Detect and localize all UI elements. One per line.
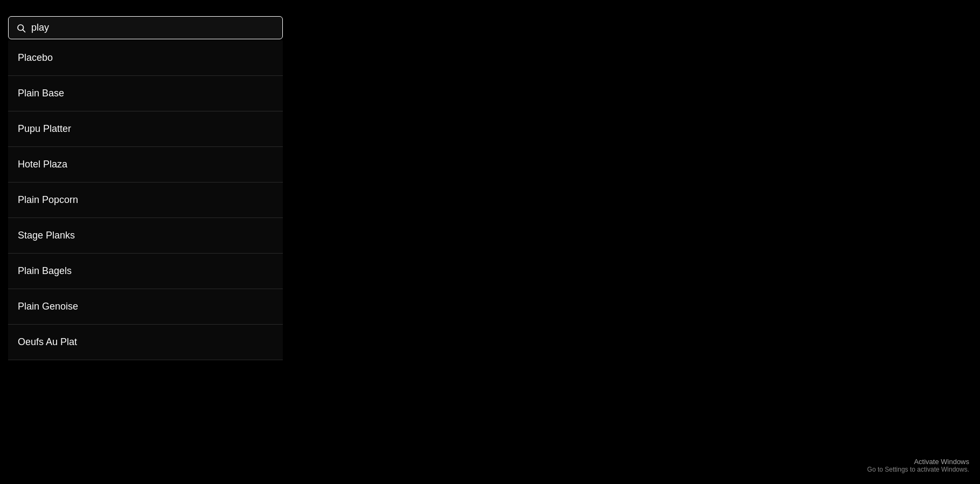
activate-subtitle: Go to Settings to activate Windows. xyxy=(867,466,969,473)
list-item[interactable]: Plain Popcorn xyxy=(8,183,283,218)
activate-windows-notice: Activate Windows Go to Settings to activ… xyxy=(867,458,969,473)
list-item[interactable]: Oeufs Au Plat xyxy=(8,325,283,360)
dropdown-list: PlaceboPlain BasePupu PlatterHotel Plaza… xyxy=(8,40,283,360)
list-item[interactable]: Plain Genoise xyxy=(8,289,283,325)
svg-line-1 xyxy=(23,30,25,32)
activate-title: Activate Windows xyxy=(867,458,969,466)
search-icon xyxy=(16,23,26,33)
list-item[interactable]: Plain Bagels xyxy=(8,254,283,289)
list-item[interactable]: Plain Base xyxy=(8,76,283,111)
list-item[interactable]: Pupu Platter xyxy=(8,111,283,147)
search-input[interactable] xyxy=(31,22,275,33)
search-input-wrapper xyxy=(8,16,283,39)
search-container: PlaceboPlain BasePupu PlatterHotel Plaza… xyxy=(8,16,283,360)
list-item[interactable]: Stage Planks xyxy=(8,218,283,254)
list-item[interactable]: Hotel Plaza xyxy=(8,147,283,183)
list-item[interactable]: Placebo xyxy=(8,40,283,76)
